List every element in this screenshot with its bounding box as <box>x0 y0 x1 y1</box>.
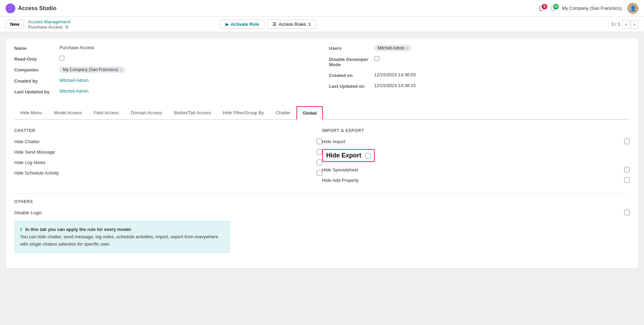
breadcrumb-parent[interactable]: Access Management <box>28 19 70 24</box>
import-export-section: IMPORT & EXPORT Hide Import Hide Export … <box>322 128 630 188</box>
field-row-hide-import: Hide Import <box>322 139 630 144</box>
disable-dev-row: Disable Developer Mode <box>329 56 630 67</box>
app-name: Access Studio <box>18 5 56 11</box>
tab-button-tab-access[interactable]: Button/Tab Access <box>168 106 217 119</box>
subbar: New Access Management Purchase Access ⚙ … <box>0 17 644 32</box>
info-icon: ℹ <box>20 227 22 232</box>
form-left: Name Purchase Access Read-Only Companies… <box>14 45 315 99</box>
import-export-section-title: IMPORT & EXPORT <box>322 128 630 133</box>
activity-badge: 10 <box>553 4 559 9</box>
others-section-title: OTHERS <box>14 199 630 204</box>
field-row-hide-schedule-activity: Hide Schedule Activity <box>14 170 322 176</box>
tab-domain-access[interactable]: Domain Access <box>125 106 168 119</box>
last-updated-on-label: Last Updated on <box>329 83 374 89</box>
field-label-hide-spreadsheet: Hide Spreadsheet <box>322 167 625 172</box>
users-value: Mitchell Admin × <box>374 45 630 51</box>
created-by-value: Mitchell Admin <box>59 78 315 83</box>
field-row-disable-login: Disable Login <box>14 210 630 215</box>
last-updated-by-label: Last Updated by <box>14 88 59 94</box>
chatter-section: CHATTER Hide Chatter Hide Send Message H… <box>14 128 322 188</box>
companies-tag: My Company (San Francisco) × <box>59 67 125 73</box>
breadcrumb-current: Purchase Access <box>28 24 63 30</box>
form-right: Users Mitchell Admin × Disable Developer… <box>329 45 630 99</box>
name-label: Name <box>14 45 59 51</box>
toolbar-center: ▶ Activate Rule ☰ Access Rules 1 <box>220 20 316 29</box>
readonly-checkbox[interactable] <box>59 56 64 61</box>
checkbox-hide-import[interactable] <box>624 139 630 144</box>
checkbox-hide-export[interactable] <box>365 153 371 158</box>
users-label: Users <box>329 45 374 51</box>
access-rules-label: Access Rules <box>279 22 306 27</box>
new-button[interactable]: New <box>6 20 24 29</box>
activate-rule-button[interactable]: ▶ Activate Rule <box>220 20 264 29</box>
divider <box>14 193 630 194</box>
settings-icon[interactable]: ⚙ <box>65 24 69 30</box>
topbar-right: 💬 5 🕐 10 My Company (San Francisco) 👤 <box>539 3 638 14</box>
field-label-hide-import: Hide Import <box>322 139 625 144</box>
disable-dev-label: Disable Developer Mode <box>329 56 374 67</box>
field-label-hide-chatter: Hide Chatter <box>14 139 317 144</box>
last-updated-on-row: Last Updated on 12/15/2023 14:38:33 <box>329 83 630 89</box>
checkbox-hide-schedule-activity[interactable] <box>317 170 322 176</box>
field-row-hide-log-notes: Hide Log Notes <box>14 160 322 165</box>
field-label-hide-send-message: Hide Send Message <box>14 149 317 155</box>
checkbox-disable-login[interactable] <box>624 210 630 215</box>
tab-field-access[interactable]: Field Access <box>88 106 125 119</box>
field-row-hide-chatter: Hide Chatter <box>14 139 322 144</box>
users-row: Users Mitchell Admin × <box>329 45 630 51</box>
checkbox-hide-chatter[interactable] <box>317 139 322 144</box>
access-rules-button[interactable]: ☰ Access Rules 1 <box>267 20 316 29</box>
created-by-row: Created by Mitchell Admin <box>14 78 315 84</box>
created-on-row: Created on 12/15/2023 14:36:03 <box>329 72 630 78</box>
info-title: In this tab you can apply the rule for e… <box>25 227 132 232</box>
checkbox-hide-spreadsheet[interactable] <box>624 167 630 172</box>
companies-tag-remove[interactable]: × <box>120 68 122 72</box>
global-sections: CHATTER Hide Chatter Hide Send Message H… <box>14 128 630 188</box>
tab-global[interactable]: Global <box>296 106 323 120</box>
tab-hide-menu[interactable]: Hide Menu <box>14 106 48 119</box>
messages-button[interactable]: 💬 5 <box>539 6 545 11</box>
users-tag-remove[interactable]: × <box>406 46 408 50</box>
info-box: ℹ In this tab you can apply the rule for… <box>14 221 230 253</box>
form-header: Name Purchase Access Read-Only Companies… <box>14 45 630 99</box>
app-logo: Access Studio <box>6 3 56 13</box>
field-row-hide-send-message: Hide Send Message <box>14 149 322 155</box>
topbar: Access Studio 💬 5 🕐 10 My Company (San F… <box>0 0 644 17</box>
messages-badge: 5 <box>542 4 547 9</box>
tab-model-access[interactable]: Model Access <box>48 106 88 119</box>
last-updated-by-value: Mitchell Admin <box>59 88 315 94</box>
checkbox-hide-log-notes[interactable] <box>317 160 322 165</box>
breadcrumb: Access Management Purchase Access ⚙ <box>28 19 70 30</box>
created-on-value: 12/15/2023 14:36:03 <box>374 72 630 77</box>
field-label-hide-log-notes: Hide Log Notes <box>14 160 317 165</box>
tab-content-global: CHATTER Hide Chatter Hide Send Message H… <box>14 120 630 261</box>
record-card: Name Purchase Access Read-Only Companies… <box>6 38 638 269</box>
last-updated-by-row: Last Updated by Mitchell Admin <box>14 88 315 94</box>
field-label-hide-schedule-activity: Hide Schedule Activity <box>14 170 317 176</box>
name-value: Purchase Access <box>59 45 315 50</box>
checkbox-hide-add-property[interactable] <box>624 177 630 183</box>
created-on-label: Created on <box>329 72 374 78</box>
checkbox-hide-send-message[interactable] <box>317 149 322 155</box>
play-icon: ▶ <box>225 22 229 27</box>
main-content: Name Purchase Access Read-Only Companies… <box>0 32 644 274</box>
next-button[interactable]: › <box>631 20 638 29</box>
list-icon: ☰ <box>272 22 277 27</box>
disable-dev-checkbox[interactable] <box>374 56 379 61</box>
field-row-hide-spreadsheet: Hide Spreadsheet <box>322 167 630 172</box>
field-row-hide-add-property: Hide Add Property <box>322 177 630 183</box>
last-updated-on-value: 12/15/2023 14:38:33 <box>374 83 630 88</box>
prev-button[interactable]: ‹ <box>622 20 630 29</box>
readonly-label: Read-Only <box>14 56 59 62</box>
user-avatar[interactable]: 👤 <box>627 3 638 14</box>
field-row-hide-export: Hide Export <box>322 149 630 162</box>
readonly-row: Read-Only <box>14 56 315 62</box>
others-section: OTHERS Disable Login <box>14 199 630 215</box>
tab-hide-filter-group-by[interactable]: Hide Filter/Group By <box>217 106 270 119</box>
companies-row: Companies My Company (San Francisco) × <box>14 67 315 73</box>
logo-icon <box>6 3 15 13</box>
activity-button[interactable]: 🕐 10 <box>550 6 556 11</box>
tab-chatter[interactable]: Chatter <box>270 106 296 119</box>
created-by-label: Created by <box>14 78 59 84</box>
pagination-area: 3 / 3 ‹ › <box>611 20 638 29</box>
